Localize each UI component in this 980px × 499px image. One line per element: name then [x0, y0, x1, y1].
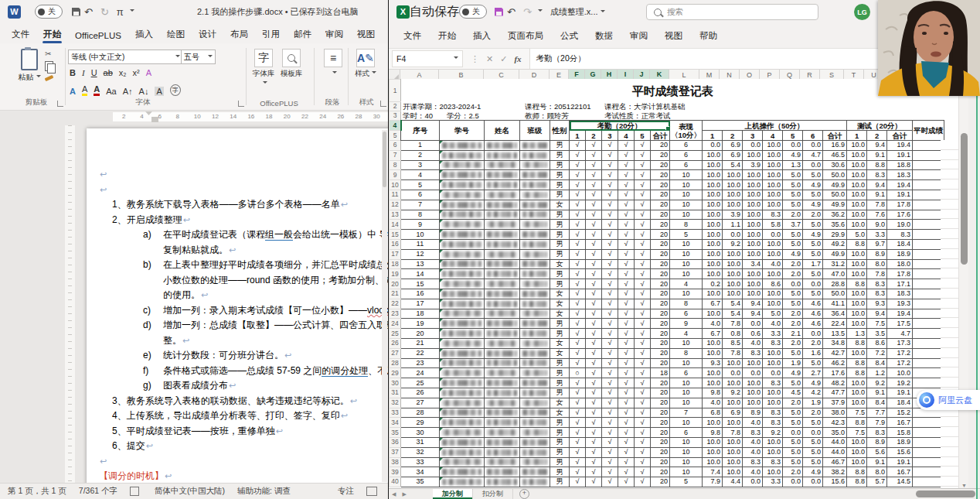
redacted-sid[interactable] — [440, 309, 485, 319]
cell-test-2[interactable]: 9.1 — [867, 457, 887, 467]
cell-gender[interactable]: 男 — [550, 279, 570, 289]
cell-att-4[interactable]: √ — [618, 338, 635, 348]
cell-att-1[interactable]: √ — [570, 467, 586, 477]
cell-att-5[interactable]: √ — [635, 230, 651, 240]
row-header-38[interactable]: 38 — [390, 457, 401, 467]
word-tab-4[interactable]: 绘图 — [160, 26, 192, 43]
cell-lab-5[interactable]: 5.0 — [783, 447, 803, 457]
qat-more-icon[interactable] — [130, 9, 134, 14]
cell-att-1[interactable]: √ — [570, 170, 586, 180]
row-header-5[interactable]: 5 — [390, 131, 401, 141]
doc-line-5[interactable]: 复制粘贴就成。↩ — [87, 243, 388, 258]
redacted-sid[interactable] — [440, 408, 485, 418]
cell-test-total[interactable]: 17.2 — [887, 358, 913, 368]
cell-lab-4[interactable]: 3.3 — [763, 329, 783, 339]
hdr-class[interactable]: 班级 — [520, 121, 550, 141]
cell-performance[interactable]: 4 — [670, 279, 703, 289]
cell-lab-5[interactable]: 5.0 — [783, 170, 803, 180]
redacted-sid[interactable] — [440, 279, 485, 289]
cell-lab-6[interactable]: 5.0 — [803, 418, 823, 428]
redacted-sid[interactable] — [440, 319, 485, 329]
cell-lab-1[interactable]: 6.7 — [703, 329, 723, 339]
cell-att-4[interactable]: √ — [618, 348, 635, 358]
cell-test-2[interactable]: 9.4 — [867, 180, 887, 190]
row-header-12[interactable]: 12 — [390, 200, 401, 210]
cell-test-total[interactable]: 17.6 — [887, 210, 913, 220]
cell-att-4[interactable]: √ — [618, 467, 635, 477]
cell-att-1[interactable]: ○ — [570, 368, 586, 378]
cell-att-2[interactable]: √ — [586, 447, 602, 457]
cell-lab-3[interactable]: 9.4 — [743, 309, 763, 319]
cell-test-1[interactable]: 7.5 — [847, 408, 867, 418]
cell-lab-5[interactable]: 5.0 — [783, 299, 803, 309]
cell-att-3[interactable]: √ — [602, 378, 618, 388]
cell-att-3[interactable]: √ — [602, 437, 618, 447]
cell-test-2[interactable]: 7.8 — [867, 269, 887, 279]
cell-gender[interactable]: 男 — [550, 230, 570, 240]
cell-att-3[interactable]: √ — [602, 170, 618, 180]
redacted-sid[interactable] — [440, 289, 485, 299]
cell-performance[interactable]: 10 — [670, 398, 703, 408]
cell-lab-6[interactable]: 4.6 — [803, 299, 823, 309]
cell-gender[interactable]: 男 — [550, 447, 570, 457]
word-tab-9[interactable]: 审阅 — [318, 26, 350, 43]
cell-lab-4[interactable]: 10.0 — [763, 348, 783, 358]
hdr-lab-sub-4[interactable]: 5 — [783, 131, 803, 141]
cell-att-total[interactable]: 20 — [651, 299, 670, 309]
redacted-sid[interactable] — [440, 190, 485, 200]
cell-lab-2[interactable]: 10.0 — [723, 200, 743, 210]
cell-att-4[interactable]: √ — [618, 329, 635, 339]
cell-att-3[interactable]: √ — [602, 269, 618, 279]
cell-gender[interactable]: 女 — [550, 299, 570, 309]
cell-lab-3[interactable]: 9.4 — [743, 299, 763, 309]
cell-performance[interactable]: 10 — [670, 289, 703, 299]
cell-test-1[interactable]: 10.0 — [847, 249, 867, 259]
cell-att-total[interactable]: 20 — [651, 329, 670, 339]
cell-lab-3[interactable]: 10.0 — [743, 279, 763, 289]
cell-att-4[interactable]: √ — [618, 309, 635, 319]
cell-lab-5[interactable]: 0.0 — [783, 477, 803, 487]
cell-lab-total[interactable]: 46.2 — [823, 358, 847, 368]
cell-test-total[interactable]: 17.3 — [887, 338, 913, 348]
cell-test-total[interactable]: 18.4 — [887, 398, 913, 408]
cell-lab-6[interactable]: 1.7 — [803, 259, 823, 269]
redacted-scl[interactable] — [520, 329, 550, 339]
redacted-scl[interactable] — [520, 338, 550, 348]
meta-row-3[interactable]: 学时：40学分：2.5教师：顾玲芳考试性质：正常考试 — [401, 111, 944, 121]
redacted-sid[interactable] — [440, 348, 485, 358]
hdr-att-sub-2[interactable]: 3 — [602, 131, 618, 141]
cell-lab-2[interactable]: 0.8 — [723, 329, 743, 339]
cell-att-1[interactable]: √ — [570, 348, 586, 358]
formula-menu-dots-icon[interactable]: ⋮ — [471, 54, 479, 64]
cell-gender[interactable]: 女 — [550, 338, 570, 348]
cell-att-2[interactable]: √ — [586, 141, 602, 151]
cell-att-1[interactable]: √ — [570, 338, 586, 348]
cell-gender[interactable]: 男 — [550, 141, 570, 151]
font-library-button[interactable]: 字 字体库 — [250, 49, 277, 87]
cell-att-5[interactable]: √ — [635, 309, 651, 319]
redacted-snm[interactable] — [485, 180, 520, 190]
cell-lab-5[interactable]: 2.0 — [783, 269, 803, 279]
cell-att-2[interactable]: √ — [586, 180, 602, 190]
cell-test-1[interactable]: 5.0 — [847, 230, 867, 240]
cell-final-score[interactable] — [913, 358, 944, 368]
cell-lab-5[interactable]: 5.0 — [783, 457, 803, 467]
font-effect-r2-0[interactable]: A — [70, 87, 76, 96]
cell-lab-total[interactable]: 38.0 — [823, 408, 847, 418]
cell-lab-4[interactable]: 10.0 — [763, 160, 783, 170]
cell-att-2[interactable]: √ — [586, 259, 602, 269]
redacted-sid[interactable] — [440, 358, 485, 368]
redacted-snm[interactable] — [485, 230, 520, 240]
cell-test-total[interactable]: 19.1 — [887, 388, 913, 398]
doc-line-13[interactable]: f)条件格式或筛选——总成绩 57-59 之间的调分处理、不及格 — [87, 364, 388, 379]
cell-gender[interactable]: 男 — [550, 220, 570, 230]
cell-att-total[interactable]: 20 — [651, 319, 670, 329]
cell-test-2[interactable]: 8.3 — [867, 170, 887, 180]
redacted-sid[interactable] — [440, 447, 485, 457]
cell-att-total[interactable]: 20 — [651, 457, 670, 467]
row-header-4[interactable]: 4 — [390, 121, 401, 131]
cell-att-3[interactable]: √ — [602, 418, 618, 428]
proofing-icon[interactable] — [130, 487, 142, 497]
cell-lab-1[interactable]: 10.0 — [703, 437, 723, 447]
cell-lab-total[interactable]: 35.0 — [823, 428, 847, 438]
